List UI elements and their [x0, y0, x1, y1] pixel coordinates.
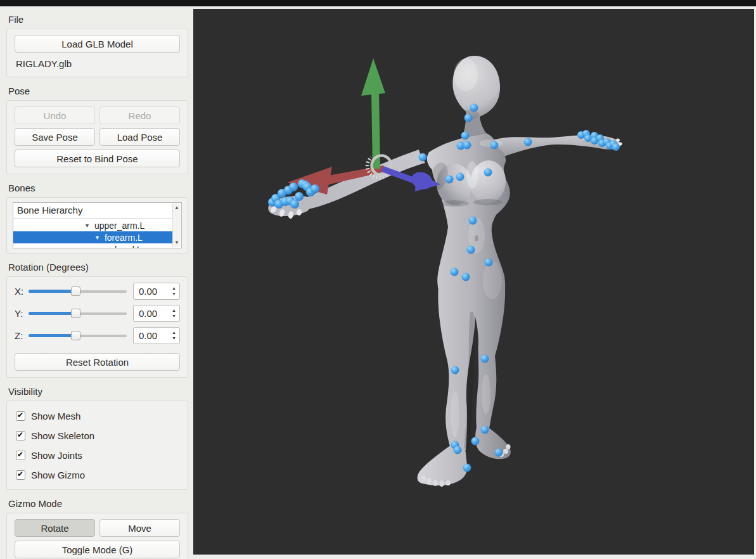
joint-sphere[interactable] [524, 138, 532, 146]
show-skeleton-row: Show Skeleton [16, 430, 180, 441]
rotation-x-slider[interactable] [29, 286, 127, 297]
show-mesh-row: Show Mesh [16, 411, 180, 421]
joint-sphere[interactable] [456, 173, 464, 181]
spin-up-icon[interactable]: ▲ [172, 286, 176, 290]
loaded-filename: RIGLADY.glb [16, 58, 179, 69]
rotation-z-slider[interactable] [29, 330, 127, 341]
joint-sphere[interactable] [445, 176, 454, 184]
figure-right-foot [475, 427, 511, 459]
joint-sphere[interactable] [485, 259, 493, 267]
joint-sphere[interactable] [462, 273, 470, 281]
spin-down-icon[interactable]: ▼ [172, 314, 176, 318]
joint-sphere[interactable] [311, 184, 319, 193]
gizmo-rotate[interactable] [287, 58, 440, 195]
joint-sphere[interactable] [454, 446, 462, 454]
joint-sphere[interactable] [463, 141, 471, 150]
tree-scrollbar[interactable]: ▲ ▼ [172, 203, 181, 247]
show-joints-checkbox[interactable] [16, 451, 25, 460]
spin-value[interactable]: 0.00 [134, 328, 169, 344]
gizmo-frame: Rotate Move Toggle Mode (G) [6, 513, 188, 559]
slider-handle[interactable] [71, 309, 80, 318]
rotation-row-z: Z: 0.00 ▲▼ [15, 327, 180, 344]
joint-sphere[interactable] [451, 366, 459, 375]
pose-frame: Undo Redo Save Pose Load Pose Reset to B… [6, 100, 188, 174]
joint-sphere[interactable] [289, 183, 298, 191]
axis-y-label: Y: [15, 308, 27, 319]
spin-value[interactable]: 0.00 [134, 305, 169, 321]
bones-section-label: Bones [8, 183, 188, 193]
save-pose-button[interactable]: Save Pose [15, 128, 95, 146]
joint-sphere[interactable] [481, 355, 489, 363]
joint-sphere[interactable] [495, 449, 503, 457]
bone-name: forearm.L [105, 232, 143, 243]
expander-icon[interactable]: ▼ [84, 220, 90, 231]
load-glb-button[interactable]: Load GLB Model [15, 35, 180, 53]
axis-x-label: X: [15, 286, 27, 297]
show-mesh-checkbox[interactable] [16, 411, 25, 421]
gizmo-y-axis-arrow [361, 58, 385, 96]
spin-up-icon[interactable]: ▲ [172, 331, 176, 335]
spin-value[interactable]: 0.00 [134, 283, 169, 299]
rotation-frame: X: 0.00 ▲▼ Y: 0.00 ▲▼ [6, 276, 188, 378]
toggle-mode-button[interactable]: Toggle Mode (G) [15, 541, 180, 558]
expander-icon[interactable]: ▼ [94, 232, 100, 243]
redo-button[interactable]: Redo [99, 106, 180, 124]
spin-down-icon[interactable]: ▼ [172, 337, 176, 340]
rotation-y-slider[interactable] [29, 308, 127, 319]
joint-sphere[interactable] [290, 200, 299, 209]
undo-button[interactable]: Undo [15, 106, 95, 124]
joint-sphere[interactable] [295, 192, 304, 201]
expander-icon[interactable]: ▼ [105, 244, 110, 249]
tree-row-hand[interactable]: ▼ hand.L [13, 243, 172, 248]
tree-row-forearm[interactable]: ▼ forearm.L [13, 231, 172, 243]
sidebar: File Load GLB Model RIGLADY.glb Pose Und… [0, 6, 193, 559]
bone-hierarchy-tree: Bone Hierarchy ▼ upper_arm.L ▼ forearm.L… [13, 202, 182, 248]
joint-sphere[interactable] [612, 143, 620, 151]
scroll-up-icon[interactable]: ▲ [174, 203, 179, 212]
checkbox-label: Show Mesh [31, 411, 80, 421]
joint-sphere[interactable] [470, 104, 478, 112]
pose-section-label: Pose [8, 86, 188, 96]
visibility-section-label: Visibility [8, 386, 188, 397]
viewport-3d[interactable] [193, 9, 754, 555]
joint-sphere[interactable] [463, 464, 471, 472]
tree-row-upper-arm[interactable]: ▼ upper_arm.L [13, 219, 172, 231]
rotation-y-spinbox[interactable]: 0.00 ▲▼ [133, 305, 180, 322]
reset-bind-pose-button[interactable]: Reset to Bind Pose [15, 150, 180, 167]
move-mode-button[interactable]: Move [99, 519, 180, 537]
file-frame: Load GLB Model RIGLADY.glb [6, 29, 188, 77]
axis-z-label: Z: [15, 330, 27, 341]
show-gizmo-row: Show Gizmo [16, 470, 180, 480]
slider-handle[interactable] [71, 331, 80, 340]
show-gizmo-checkbox[interactable] [16, 470, 25, 480]
scene-svg [193, 9, 754, 555]
joint-sphere[interactable] [461, 132, 470, 140]
load-pose-button[interactable]: Load Pose [99, 128, 180, 146]
joint-sphere[interactable] [467, 246, 475, 254]
spin-down-icon[interactable]: ▼ [172, 292, 176, 296]
joint-sphere[interactable] [451, 268, 459, 276]
slider-handle[interactable] [71, 286, 80, 296]
rotation-x-spinbox[interactable]: 0.00 ▲▼ [133, 283, 180, 300]
rotation-row-y: Y: 0.00 ▲▼ [15, 305, 180, 322]
rotation-z-spinbox[interactable]: 0.00 ▲▼ [133, 327, 180, 344]
joint-sphere[interactable] [490, 141, 499, 150]
show-joints-row: Show Joints [16, 450, 180, 461]
joint-sphere[interactable] [481, 426, 489, 434]
app-window: File Load GLB Model RIGLADY.glb Pose Und… [0, 0, 756, 559]
spin-up-icon[interactable]: ▲ [172, 309, 176, 312]
joint-sphere[interactable] [469, 217, 477, 225]
joint-sphere[interactable] [464, 114, 473, 122]
joint-sphere[interactable] [419, 153, 427, 162]
joint-sphere[interactable] [484, 169, 492, 177]
bone-name: upper_arm.L [94, 220, 144, 231]
rotate-mode-button[interactable]: Rotate [15, 519, 95, 537]
visibility-frame: Show Mesh Show Skeleton Show Joints Show… [6, 401, 188, 490]
file-section-label: File [8, 14, 188, 25]
joint-sphere[interactable] [471, 437, 480, 446]
show-skeleton-checkbox[interactable] [16, 431, 25, 440]
gizmo-section-label: Gizmo Mode [8, 498, 188, 509]
checkbox-label: Show Skeleton [31, 430, 94, 441]
reset-rotation-button[interactable]: Reset Rotation [15, 353, 180, 371]
scroll-down-icon[interactable]: ▼ [174, 238, 179, 247]
